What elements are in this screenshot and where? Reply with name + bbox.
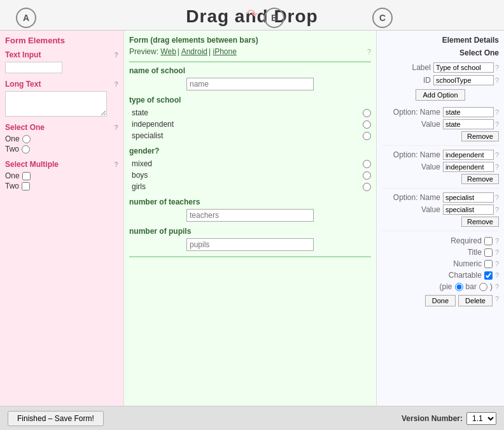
delete-button[interactable]: Delete — [458, 295, 493, 306]
numeric-label: Numeric — [453, 259, 482, 268]
option-state-value-help[interactable]: ? — [495, 120, 499, 128]
long-text-section: Long Text ? — [5, 80, 118, 117]
done-delete-help[interactable]: ? — [495, 295, 499, 306]
text-input-preview[interactable] — [5, 62, 62, 73]
option-specialist-value-row: Value ? — [382, 204, 499, 215]
panel-a-title: Form Elements — [5, 36, 118, 45]
title-help[interactable]: ? — [495, 248, 499, 256]
done-delete-row: Done Delete ? — [382, 295, 499, 306]
gender-label: gender? — [129, 147, 371, 155]
option-specialist-value-input[interactable] — [443, 204, 494, 215]
label-field-input[interactable] — [433, 62, 494, 73]
option-specialist-name-input[interactable] — [443, 192, 494, 203]
pie-radio[interactable] — [455, 283, 463, 291]
add-option-button[interactable]: Add Option — [416, 89, 465, 101]
option-specialist-name-help[interactable]: ? — [495, 194, 499, 201]
number-of-teachers-input[interactable] — [186, 209, 314, 222]
long-text-label: Long Text ? — [5, 80, 118, 89]
select-one-help[interactable]: ? — [114, 124, 118, 131]
required-help[interactable]: ? — [495, 237, 499, 245]
option-independent-name-row: Option: Name ? — [382, 150, 499, 160]
chartable-label: Chartable — [449, 271, 482, 280]
label-help[interactable]: ? — [495, 64, 499, 71]
text-input-help[interactable]: ? — [114, 51, 118, 59]
pie-bar-row: (pie bar ) ? — [382, 282, 499, 291]
circle-b: B — [264, 8, 284, 28]
gender-girls-radio[interactable] — [363, 183, 371, 191]
chartable-help[interactable]: ? — [495, 271, 499, 279]
bar-radio[interactable] — [479, 283, 487, 291]
option-independent-name-help[interactable]: ? — [495, 151, 499, 159]
pie-bar-help[interactable]: ? — [495, 283, 499, 290]
type-of-school-specialist: specialist — [132, 130, 371, 141]
option-independent-value-input[interactable] — [443, 162, 494, 172]
version-row: Version Number: 1.1 1.0 1.2 — [402, 412, 496, 425]
select-one-radio-2[interactable] — [22, 145, 30, 154]
type-of-school-independent-radio[interactable] — [363, 120, 371, 129]
select-one-radio-1[interactable] — [22, 135, 31, 143]
option-state-name-input[interactable] — [443, 107, 494, 117]
id-help[interactable]: ? — [495, 76, 499, 84]
gender-boys-radio[interactable] — [363, 171, 371, 180]
pie-bar-close: ) — [490, 282, 493, 291]
id-row: ID ? — [382, 75, 499, 85]
select-multiple-help[interactable]: ? — [114, 161, 118, 168]
title-checkbox[interactable] — [484, 248, 493, 257]
preview-android[interactable]: Android — [181, 47, 207, 56]
option-state-name-help[interactable]: ? — [495, 108, 499, 116]
name-of-school-input[interactable] — [186, 78, 314, 90]
select-one-section: Select One ? One Two — [5, 123, 118, 154]
preview-iphone[interactable]: iPhone — [213, 47, 236, 56]
option-specialist-name-label: Option: Name — [393, 193, 440, 202]
select-multiple-section: Select Multiple ? One Two — [5, 160, 118, 190]
numeric-checkbox[interactable] — [484, 260, 493, 268]
required-checkbox[interactable] — [484, 237, 493, 245]
number-of-pupils-label: number of pupils — [129, 227, 371, 236]
done-button[interactable]: Done — [425, 295, 456, 306]
id-field-label: ID — [423, 76, 431, 85]
version-label: Version Number: — [402, 414, 463, 423]
option-specialist-block: Option: Name ? Value ? Remove — [382, 192, 499, 231]
option-independent-value-help[interactable]: ? — [495, 163, 499, 171]
option-independent-name-input[interactable] — [443, 150, 494, 160]
long-text-help[interactable]: ? — [114, 80, 118, 88]
preview-web[interactable]: Web — [160, 47, 176, 56]
panel-a: Form Elements Text Input ? Long Text ? — [0, 31, 124, 406]
numeric-help[interactable]: ? — [495, 260, 499, 268]
chartable-row: Chartable ? — [382, 271, 499, 280]
option-independent-remove-button[interactable]: Remove — [461, 174, 499, 184]
option-state-value-input[interactable] — [443, 119, 494, 129]
gender-mixed: mixed — [132, 158, 371, 169]
number-of-teachers-input-wrap — [129, 209, 371, 222]
preview-help[interactable]: ? — [367, 48, 371, 55]
select-multiple-check-2[interactable] — [22, 182, 30, 190]
select-multiple-check-1[interactable] — [22, 172, 31, 180]
option-specialist-remove-button[interactable]: Remove — [461, 217, 499, 227]
option-state-value-label: Value — [421, 120, 440, 129]
numeric-row: Numeric ? — [382, 259, 499, 268]
option-state-block: Option: Name ? Value ? Remove — [382, 107, 499, 146]
gender-girls: girls — [132, 181, 371, 192]
bar-label: bar — [466, 282, 477, 291]
type-of-school-specialist-radio[interactable] — [363, 132, 371, 140]
save-form-button[interactable]: Finished – Save Form! — [8, 411, 104, 426]
option-specialist-value-help[interactable]: ? — [495, 206, 499, 213]
chartable-checkbox[interactable] — [484, 271, 493, 280]
version-select[interactable]: 1.1 1.0 1.2 — [466, 412, 496, 425]
required-row: Required ? — [382, 236, 499, 245]
type-of-school-section: type of school state independent special… — [129, 96, 371, 141]
type-of-school-state-radio[interactable] — [363, 109, 371, 117]
gender-mixed-radio[interactable] — [363, 160, 371, 168]
option-state-name-row: Option: Name ? — [382, 107, 499, 117]
option-state-value-row: Value ? — [382, 119, 499, 129]
select-one-label: Select One ? — [5, 123, 118, 132]
type-of-school-label: type of school — [129, 96, 371, 104]
long-text-preview[interactable] — [5, 91, 107, 117]
number-of-pupils-input[interactable] — [186, 238, 314, 251]
number-of-teachers-label: number of teachers — [129, 197, 371, 206]
option-state-remove-button[interactable]: Remove — [461, 131, 499, 141]
type-of-school-independent: independent — [132, 118, 371, 130]
id-field-input[interactable] — [433, 75, 494, 85]
panel-b-title: Form (drag elements between bars) — [129, 36, 371, 45]
circle-a: A — [16, 8, 36, 28]
